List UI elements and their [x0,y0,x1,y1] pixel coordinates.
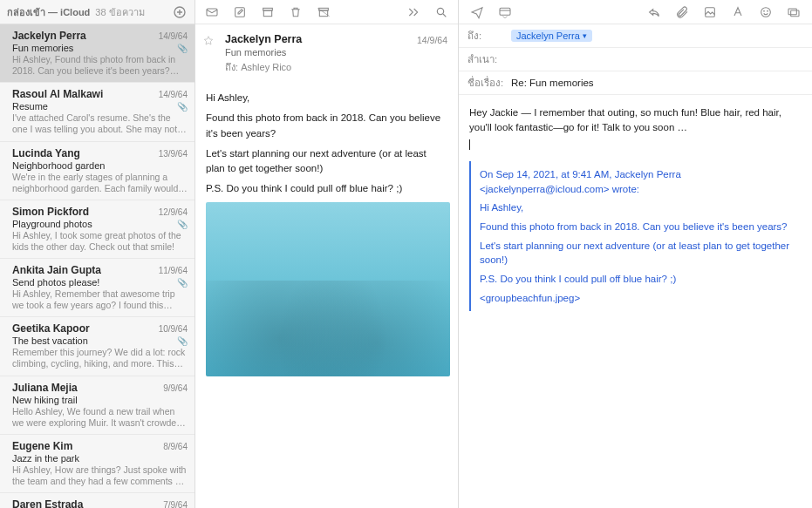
date: 11/9/64 [159,266,188,275]
cc-field[interactable]: สำเนา: [459,48,812,71]
trash-icon[interactable] [288,5,304,19]
cc-label: สำเนา: [467,51,506,67]
format-icon[interactable] [730,5,746,19]
sender: Ankita Jain Gupta [12,264,101,276]
compose-icon[interactable] [232,5,248,19]
svg-point-7 [437,8,443,14]
svg-rect-13 [788,9,796,15]
message-pane: Jackelyn Perra 14/9/64 Fun memories ถึง:… [195,0,459,508]
list-item[interactable]: Daren Estrada7/9/64Coming to townHey, st… [0,493,194,508]
quote-attachment: <groupbeachfun.jpeg> [480,291,802,306]
recipient-name: Jackelyn Perra [516,30,580,41]
mailbox-title: กล่องเข้า — iCloud [7,4,90,20]
list-item[interactable]: Simon Pickford12/9/64Playground photosHi… [0,200,194,259]
mail-app: กล่องเข้า — iCloud 38 ข้อความ Jackelyn P… [0,0,812,508]
svg-rect-14 [791,10,799,17]
sender: Lucinda Yang [12,147,80,159]
date: 7/9/64 [163,500,188,508]
list-item[interactable]: Geetika Kapoor10/9/64The best vacationRe… [0,317,194,376]
attachment-image[interactable] [206,202,450,376]
sender: Geetika Kapoor [12,322,90,335]
sender: Rasoul Al Malkawi [12,88,103,100]
list-item[interactable]: Eugene Kim8/9/64Jazz in the parkHi Ashle… [0,435,194,493]
text-caret [469,139,470,150]
message-from: Jackelyn Perra [225,33,447,45]
sender: Eugene Kim [12,440,72,452]
list-item[interactable]: Lucinda Yang13/9/64Neighborhood gardenWe… [0,142,194,200]
preview: Hi Ashley, Found this photo from back in… [12,54,188,77]
to-label: ถึง: [467,28,506,44]
message-body: Hi Ashley, Found this photo from back in… [195,82,458,385]
list-item[interactable]: Rasoul Al Malkawi14/9/64ResumeI've attac… [0,83,194,141]
more-icon[interactable] [406,5,421,19]
send-icon[interactable] [469,5,485,19]
quote-line: P.S. Do you think I could pull off blue … [480,272,802,287]
subject-field[interactable]: ชื่อเรื่อง: [459,71,812,95]
to-label: ถึง: [225,62,238,72]
header-fields-icon[interactable] [497,5,513,19]
paperclip-icon: 📎 [177,278,188,288]
subject: The best vacation [12,335,188,346]
body-p3: P.S. Do you think I could pull off blue … [206,181,447,196]
attach-icon[interactable] [674,5,690,19]
quote-attribution: On Sep 14, 2021, at 9:41 AM, Jackelyn Pe… [480,167,802,196]
sender: Juliana Mejia [12,382,78,394]
subject: Send photos please! [12,277,188,288]
search-icon[interactable] [433,5,449,19]
quote-line: Let's start planning our next adventure … [480,239,802,268]
junk-icon[interactable] [316,5,331,19]
star-icon[interactable] [202,35,215,47]
message-toolbar [195,0,458,24]
svg-rect-4 [263,10,271,17]
paperclip-icon: 📎 [177,220,188,229]
filter-icon[interactable] [172,4,188,20]
svg-rect-9 [706,7,715,17]
date: 8/9/64 [163,442,188,451]
list-item[interactable]: Jackelyn Perra14/9/64Fun memoriesHi Ashl… [0,24,194,83]
svg-point-10 [761,7,771,17]
date: 14/9/64 [159,31,188,41]
list-header: กล่องเข้า — iCloud 38 ข้อความ [0,0,194,24]
message-list[interactable]: Jackelyn Perra14/9/64Fun memoriesHi Ashl… [0,24,194,508]
date: 9/9/64 [163,383,188,393]
subject: Neighborhood garden [12,160,188,171]
date: 12/9/64 [159,207,188,217]
sender: Daren Estrada [12,498,83,508]
subject-label: ชื่อเรื่อง: [467,75,506,91]
insert-photo-icon[interactable] [702,5,718,19]
preview: I've attached Carol's resume. She's the … [12,112,188,135]
to-value: Ashley Rico [241,62,291,72]
svg-rect-6 [319,10,327,17]
archive-icon[interactable] [260,5,276,19]
cc-input[interactable] [511,54,803,64]
to-field[interactable]: ถึง: Jackelyn Perra ▾ [459,24,812,48]
media-browser-icon[interactable] [786,5,802,19]
message-to: ถึง: Ashley Rico [225,59,447,75]
sender: Simon Pickford [12,206,89,218]
svg-point-12 [768,10,768,11]
reply-arrow-icon[interactable] [646,5,662,19]
compose-body[interactable]: Hey Jackie — I remember that outing, so … [459,95,812,508]
date: 14/9/64 [159,90,188,99]
svg-point-11 [764,10,765,11]
compose-pane: ถึง: Jackelyn Perra ▾ สำเนา: ชื่อเรื่อง:… [459,0,812,508]
reply-icon[interactable] [204,5,220,19]
recipient-chip[interactable]: Jackelyn Perra ▾ [511,30,592,42]
body-greeting: Hi Ashley, [206,91,447,105]
quoted-message: On Sep 14, 2021, at 9:41 AM, Jackelyn Pe… [469,161,802,311]
subject: Resume [12,101,188,112]
emoji-icon[interactable] [758,5,774,19]
svg-rect-2 [235,7,245,17]
message-count: 38 ข้อความ [95,4,144,20]
paperclip-icon: 📎 [177,102,188,112]
message-subject: Fun memories [225,47,447,58]
subject: Fun memories [12,43,188,53]
subject-input[interactable] [511,78,803,88]
preview: Hi Ashley, How are things? Just spoke wi… [12,464,188,487]
message-list-pane: กล่องเข้า — iCloud 38 ข้อความ Jackelyn P… [0,0,195,508]
list-item[interactable]: Ankita Jain Gupta11/9/64Send photos plea… [0,259,194,317]
paperclip-icon: 📎 [177,336,188,346]
list-item[interactable]: Juliana Mejia9/9/64New hiking trailHello… [0,376,194,435]
body-p2: Let's start planning our next adventure … [206,146,447,177]
date: 13/9/64 [159,149,188,159]
